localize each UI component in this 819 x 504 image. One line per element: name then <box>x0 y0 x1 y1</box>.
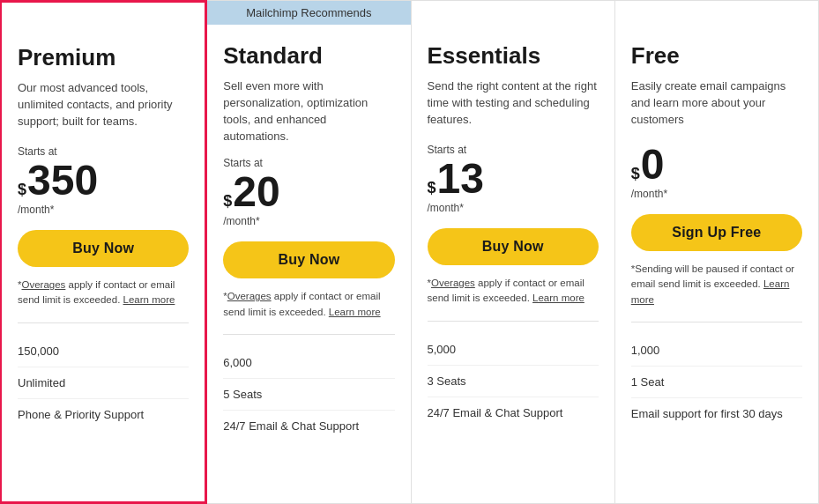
price-dollar-free: $ <box>631 166 640 182</box>
feature-row-premium-1: Unlimited <box>18 367 189 399</box>
feature-row-premium-0: 150,000 <box>18 336 189 367</box>
price-amount-standard: 20 <box>233 171 279 213</box>
learn-more-link-standard[interactable]: Learn more <box>329 307 381 317</box>
learn-more-link-essentials[interactable]: Learn more <box>532 293 584 303</box>
feature-row-standard-1: 5 Seats <box>223 379 394 411</box>
feature-row-standard-2: 24/7 Email & Chat Support <box>223 411 394 441</box>
feature-row-essentials-1: 3 Seats <box>428 366 599 397</box>
plan-col-standard: Mailchimp RecommendsStandardSell even mo… <box>207 0 411 504</box>
plan-description-standard: Sell even more with personalization, opt… <box>223 78 394 145</box>
plan-features-premium: 150,000UnlimitedPhone & Priority Support <box>18 322 189 430</box>
starts-at-premium: Starts at <box>18 145 189 158</box>
plan-description-free: Easily create email campaigns and learn … <box>631 78 802 131</box>
feature-row-free-2: Email support for first 30 days <box>631 398 802 429</box>
price-amount-premium: 350 <box>27 159 98 202</box>
plan-name-premium: Premium <box>18 44 189 71</box>
plan-col-free: placeholderFreeEasily create email campa… <box>615 0 819 504</box>
overages-text-standard: *Overages apply if contact or email send… <box>223 289 394 320</box>
cta-button-essentials[interactable]: Buy Now <box>428 228 599 265</box>
price-period-essentials: /month* <box>428 202 599 214</box>
feature-row-free-0: 1,000 <box>631 335 802 367</box>
feature-row-free-1: 1 Seat <box>631 367 802 398</box>
plan-name-standard: Standard <box>223 42 394 70</box>
overages-text-essentials: *Overages apply if contact or email send… <box>428 276 599 307</box>
plan-features-standard: 6,0005 Seats24/7 Email & Chat Support <box>223 334 394 441</box>
plan-col-essentials: placeholderEssentialsSend the right cont… <box>412 0 615 504</box>
feature-row-essentials-0: 5,000 <box>428 334 599 366</box>
plan-description-essentials: Send the right content at the right time… <box>428 78 599 131</box>
cta-button-standard[interactable]: Buy Now <box>223 241 394 278</box>
plan-features-essentials: 5,0003 Seats24/7 Email & Chat Support <box>428 321 599 428</box>
price-row-standard: $20 <box>223 171 394 213</box>
price-row-free: $0 <box>631 144 802 186</box>
cta-button-premium[interactable]: Buy Now <box>18 230 189 267</box>
plan-name-essentials: Essentials <box>428 42 599 70</box>
overages-text-free: *Sending will be paused if contact or em… <box>631 262 802 308</box>
plan-name-free: Free <box>631 42 802 70</box>
price-period-free: /month* <box>631 188 802 200</box>
price-section-standard: Starts at$20/month* <box>223 157 394 227</box>
feature-row-standard-0: 6,000 <box>223 347 394 379</box>
plan-features-free: 1,0001 SeatEmail support for first 30 da… <box>631 322 802 429</box>
price-section-premium: Starts at$350/month* <box>18 145 189 216</box>
feature-row-essentials-2: 24/7 Email & Chat Support <box>428 397 599 428</box>
price-row-premium: $350 <box>18 159 189 202</box>
price-dollar-premium: $ <box>18 182 26 197</box>
price-amount-free: 0 <box>641 144 665 186</box>
starts-at-standard: Starts at <box>223 157 394 169</box>
learn-more-link-free[interactable]: Learn more <box>631 278 790 304</box>
price-period-standard: /month* <box>223 215 394 227</box>
overages-text-premium: *Overages apply if contact or email send… <box>18 278 189 308</box>
pricing-table: placeholderPremiumOur most advanced tool… <box>0 0 819 504</box>
starts-at-essentials: Starts at <box>428 144 599 156</box>
plan-description-premium: Our most advanced tools, unlimited conta… <box>18 80 189 133</box>
plan-body-essentials: EssentialsSend the right content at the … <box>412 25 614 503</box>
price-dollar-essentials: $ <box>428 180 436 196</box>
plan-body-standard: StandardSell even more with personalizat… <box>207 25 410 503</box>
plan-body-premium: PremiumOur most advanced tools, unlimite… <box>2 26 205 501</box>
plan-col-premium: placeholderPremiumOur most advanced tool… <box>0 0 207 504</box>
recommended-badge-standard: Mailchimp Recommends <box>207 1 410 25</box>
learn-more-link-premium[interactable]: Learn more <box>123 294 175 305</box>
price-amount-essentials: 13 <box>437 158 484 200</box>
plan-body-free: FreeEasily create email campaigns and le… <box>615 25 818 503</box>
feature-row-premium-2: Phone & Priority Support <box>18 399 189 430</box>
price-period-premium: /month* <box>18 204 189 216</box>
price-section-free: $0/month* <box>631 144 802 200</box>
price-row-essentials: $13 <box>428 158 599 200</box>
price-section-essentials: Starts at$13/month* <box>428 144 599 214</box>
price-dollar-standard: $ <box>223 193 232 209</box>
cta-button-free[interactable]: Sign Up Free <box>631 214 802 251</box>
